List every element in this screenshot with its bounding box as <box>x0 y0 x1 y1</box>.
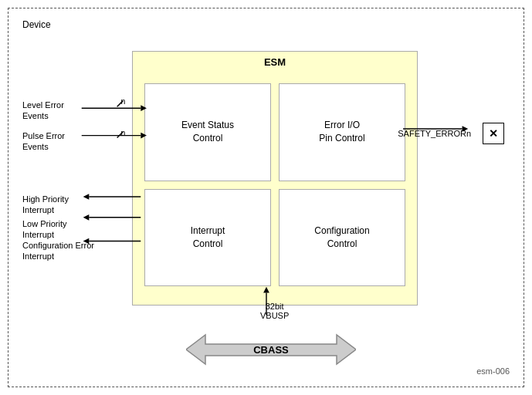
svg-line-7 <box>117 132 124 138</box>
configuration-control-block: ConfigurationControl <box>279 189 405 287</box>
esm-id-label: esm-006 <box>476 366 510 376</box>
outer-frame: Device ESM Event StatusControl Error I/O… <box>8 8 524 387</box>
pulse-error-label: Pulse ErrorEvents <box>22 130 65 153</box>
event-status-block: Event StatusControl <box>144 83 271 181</box>
esm-title: ESM <box>133 52 417 68</box>
device-label: Device <box>22 19 51 30</box>
esm-box: ESM Event StatusControl Error I/OPin Con… <box>132 51 418 306</box>
low-priority-label: Low PriorityInterrupt <box>22 218 66 241</box>
svg-marker-11 <box>83 194 90 200</box>
inner-blocks: Event StatusControl Error I/OPin Control… <box>133 68 417 298</box>
svg-marker-13 <box>83 214 90 221</box>
error-io-block: Error I/OPin Control <box>279 83 405 181</box>
high-priority-label: High PriorityInterrupt <box>22 194 69 216</box>
level-error-label: Level ErrorEvents <box>22 100 64 122</box>
cbass-area: CBASS <box>186 329 356 371</box>
safety-errorn-label: SAFETY_ERRORn <box>398 129 471 138</box>
cbass-arrow-svg: CBASS <box>186 329 356 371</box>
svg-text:CBASS: CBASS <box>253 344 289 356</box>
interrupt-control-block: InterruptControl <box>144 189 271 287</box>
svg-text:n: n <box>120 128 125 137</box>
svg-line-3 <box>117 101 124 107</box>
config-error-label: Configuration ErrorInterrupt <box>22 240 94 262</box>
safety-x-symbol: ✕ <box>483 123 504 144</box>
vbusp-label: 32bit VBUSP <box>260 302 289 320</box>
svg-text:n: n <box>120 96 125 106</box>
